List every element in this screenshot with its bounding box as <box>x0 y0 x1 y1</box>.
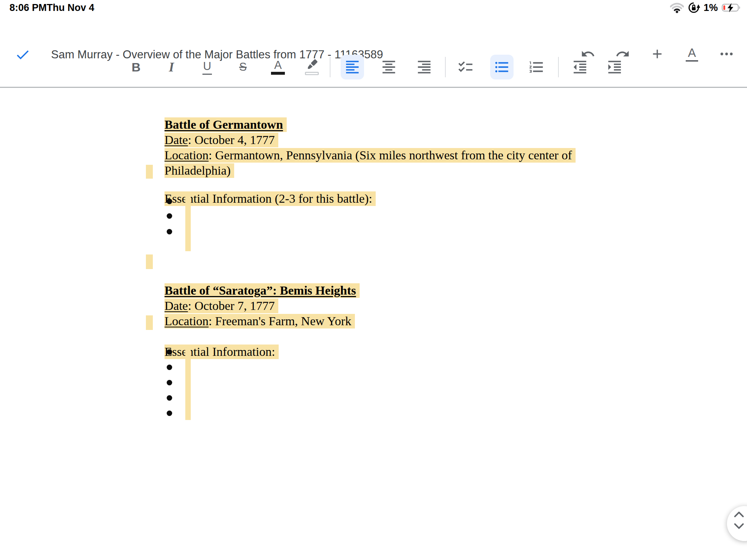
bullet-point <box>167 213 172 219</box>
header-bar: Sam Murray - Overview of the Major Battl… <box>0 18 747 54</box>
highlight-empty-line <box>146 254 153 269</box>
outdent-button[interactable] <box>568 55 592 79</box>
rotation-lock-icon <box>688 1 700 14</box>
highlight-empty-bullets <box>185 345 191 420</box>
location-value: : Freeman's Farm, New York <box>209 314 351 328</box>
bulleted-list-icon <box>494 59 510 75</box>
status-right-cluster: 1% <box>670 1 743 14</box>
highlight-empty-line <box>146 165 153 179</box>
bullet-point <box>167 199 172 204</box>
bullet-point <box>167 411 172 416</box>
indent-button[interactable] <box>603 55 626 79</box>
checklist-button[interactable] <box>454 55 477 79</box>
location-value-wrap: Philadelphia) <box>165 164 231 177</box>
battery-percent: 1% <box>704 2 718 13</box>
highlighter-icon <box>303 58 321 76</box>
bold-icon: B <box>132 60 141 74</box>
scroll-down-button[interactable] <box>732 521 746 531</box>
doc-essential-line: Essential Information: <box>146 331 279 346</box>
location-value: : Germantown, Pennsylvania (Six miles no… <box>209 148 572 162</box>
doc-essential-line: Essential Information (2-3 for this batt… <box>146 178 376 193</box>
essential-info-label: Essential Information (2-3 for this batt… <box>165 192 372 205</box>
bulleted-list-button[interactable] <box>490 55 514 79</box>
chevron-down-icon <box>732 521 746 531</box>
italic-icon: I <box>169 59 174 75</box>
doc-location-line: Location: Germantown, Pennsylvania (Six … <box>146 134 576 149</box>
doc-heading-line: Battle of “Saratoga”: Bemis Heights <box>146 269 360 285</box>
highlight-empty-line <box>146 315 153 330</box>
checklist-icon <box>457 59 474 75</box>
underline-button[interactable]: U <box>196 55 219 79</box>
chevron-up-icon <box>732 510 746 519</box>
doc-date-line: Date: October 7, 1777 <box>146 285 278 300</box>
bullet-point <box>167 229 172 234</box>
outdent-icon <box>572 59 588 75</box>
doc-location-wrap-line: Philadelphia) <box>146 149 234 165</box>
bullet-point <box>167 380 172 385</box>
text-color-button[interactable]: A <box>266 55 290 79</box>
align-center-button[interactable] <box>377 55 400 79</box>
bullet-point <box>167 349 172 355</box>
underline-icon: U <box>202 60 212 75</box>
highlight-empty-bullets <box>185 193 191 251</box>
align-right-button[interactable] <box>413 55 436 79</box>
essential-info-label: Essential Information: <box>165 345 275 358</box>
status-time: 8:06 PM <box>9 2 47 13</box>
align-left-button[interactable] <box>341 55 364 79</box>
strikethrough-icon: S <box>239 61 247 74</box>
strikethrough-button[interactable]: S <box>231 55 255 79</box>
highlight-color-button[interactable] <box>300 55 324 79</box>
italic-button[interactable]: I <box>160 55 183 79</box>
doc-heading-line: Battle of Germantown <box>146 104 287 119</box>
doc-location-line: Location: Freeman's Farm, New York <box>146 300 355 315</box>
formatting-toolbar: B I U S A <box>0 55 747 87</box>
toolbar-group-divider <box>445 57 446 77</box>
numbered-list-icon <box>528 59 545 75</box>
toolbar-group-divider <box>330 57 330 77</box>
numbered-list-button[interactable] <box>525 55 548 79</box>
align-center-icon <box>380 59 397 75</box>
bold-button[interactable]: B <box>124 55 148 79</box>
status-bar: 8:06 PM Thu Nov 4 1% <box>0 0 747 16</box>
location-label: Location <box>165 314 209 328</box>
bullet-point <box>167 395 172 401</box>
doc-date-line: Date: October 4, 1777 <box>146 119 278 134</box>
wifi-icon <box>670 2 684 13</box>
status-date: Thu Nov 4 <box>47 2 94 13</box>
google-docs-ipad-screen: 8:06 PM Thu Nov 4 1% <box>0 0 747 560</box>
battery-charging-icon <box>721 2 743 13</box>
align-left-icon <box>344 59 361 75</box>
toolbar-group-divider <box>558 57 559 77</box>
text-color-icon: A <box>271 59 285 75</box>
document-canvas[interactable]: Battle of Germantown Date: October 4, 17… <box>0 88 747 560</box>
scroll-up-button[interactable] <box>732 510 746 519</box>
bullet-point <box>167 365 172 370</box>
align-right-icon <box>416 59 433 75</box>
indent-icon <box>606 59 623 75</box>
